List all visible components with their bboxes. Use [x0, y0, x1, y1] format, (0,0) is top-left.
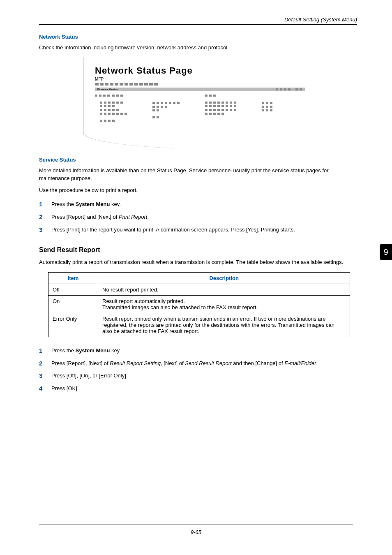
send-result-steps: 1Press the System Menu key.2Press [Repor… [39, 345, 357, 395]
table-header-item: Item [48, 272, 98, 284]
step-text: Press [Report] and [Next] of Print Repor… [51, 214, 149, 220]
page-content: Default Setting (System Menu) Network St… [0, 0, 392, 415]
page-header: Default Setting (System Menu) [39, 16, 357, 25]
network-status-desc: Check the information including firmware… [39, 44, 357, 52]
cell-item: Error Only [48, 313, 98, 337]
chapter-tab: 9 [380, 244, 392, 260]
table-row: OffNo result report printed. [48, 284, 350, 295]
step-text: Press [Off], [On], or [Error Only]. [51, 372, 127, 379]
step-number: 1 [39, 200, 42, 209]
list-item: 1Press the System Menu key. [39, 345, 357, 357]
list-item: 4Press [OK]. [39, 382, 357, 395]
cell-description: No result report printed. [98, 284, 350, 295]
illustration-divider: Firmware Version [95, 88, 305, 91]
step-number: 4 [39, 384, 42, 393]
illustration-columns [95, 95, 305, 122]
illustration-placeholder-row [95, 83, 305, 86]
send-result-desc: Automatically print a report of transmis… [39, 259, 357, 266]
step-text: Press [Print] for the report you want to… [51, 227, 295, 233]
list-item: 1Press the System Menu key. [39, 198, 357, 211]
header-section-title: Default Setting (System Menu) [39, 16, 357, 24]
list-item: 3Press [Print] for the report you want t… [39, 224, 357, 236]
page-number: 9-65 [191, 529, 201, 535]
network-status-illustration: Network Status Page MFP Firmware Version [83, 57, 313, 149]
service-status-heading: Service Status [39, 157, 357, 163]
cell-item: On [48, 295, 98, 313]
step-number: 1 [39, 346, 42, 355]
table-row: OnResult report automatically printed.Tr… [48, 295, 350, 313]
send-result-table: Item Description OffNo result report pri… [48, 272, 350, 337]
network-status-heading: Network Status [39, 34, 357, 40]
table-row: Error OnlyResult report printed only whe… [48, 313, 350, 337]
service-status-desc: More detailed information is available t… [39, 167, 357, 183]
illustration-title: Network Status Page [95, 65, 305, 76]
illustration-subtitle: MFP [95, 77, 305, 81]
cell-description: Result report automatically printed.Tran… [98, 295, 350, 313]
cell-item: Off [48, 284, 98, 295]
step-number: 3 [39, 371, 42, 380]
list-item: 2Press [Report], [Next] of Result Report… [39, 357, 357, 370]
step-text: Press the System Menu key. [51, 347, 121, 354]
step-number: 2 [39, 359, 42, 368]
table-header-description: Description [98, 272, 350, 284]
step-text: Press [OK]. [51, 385, 78, 391]
step-text: Press [Report], [Next] of Result Report … [51, 360, 318, 366]
service-status-lead: Use the procedure below to print a repor… [39, 187, 357, 194]
page-footer: 9-65 [0, 525, 392, 535]
list-item: 3Press [Off], [On], or [Error Only]. [39, 370, 357, 382]
step-number: 2 [39, 213, 42, 222]
step-text: Press the System Menu key. [51, 201, 121, 207]
send-result-heading: Send Result Report [39, 246, 357, 254]
step-number: 3 [39, 225, 42, 234]
list-item: 2Press [Report] and [Next] of Print Repo… [39, 211, 357, 224]
chapter-number: 9 [383, 247, 388, 257]
cell-description: Result report printed only when a transm… [98, 313, 350, 337]
service-status-steps: 1Press the System Menu key.2Press [Repor… [39, 198, 357, 236]
firmware-label: Firmware Version [97, 88, 118, 90]
